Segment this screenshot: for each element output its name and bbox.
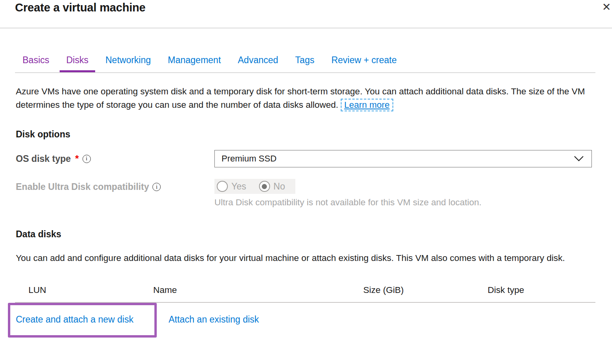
ultra-disk-row: Enable Ultra Disk compatibility i Yes No… <box>16 179 592 208</box>
tab-advanced[interactable]: Advanced <box>231 55 285 72</box>
tab-review-create[interactable]: Review + create <box>325 55 404 72</box>
data-disks-actions: Create and attach a new disk Attach an e… <box>0 314 612 327</box>
radio-label-no: No <box>274 181 285 192</box>
radio-option-yes[interactable]: Yes <box>217 181 246 192</box>
column-header-name: Name <box>153 285 177 295</box>
data-disks-description: You can add and configure additional dat… <box>16 251 578 265</box>
os-disk-type-row: OS disk type* i Premium SSD <box>16 150 592 167</box>
radio-circle-unchecked[interactable] <box>217 181 228 192</box>
header-divider <box>0 28 612 28</box>
table-header-divider <box>15 302 595 303</box>
ultra-disk-helper-text: Ultra Disk compatibility is not availabl… <box>214 197 482 208</box>
tab-basics[interactable]: Basics <box>16 55 56 72</box>
ultra-disk-label: Enable Ultra Disk compatibility i <box>16 179 214 192</box>
tab-networking[interactable]: Networking <box>99 55 158 72</box>
tabs-divider <box>15 72 595 73</box>
column-header-lun: LUN <box>28 285 46 295</box>
wizard-tabs: Basics Disks Networking Management Advan… <box>16 55 404 72</box>
os-disk-type-value: Premium SSD <box>222 154 276 164</box>
column-header-disk-type: Disk type <box>488 285 524 295</box>
ultra-disk-control: Yes No Ultra Disk compatibility is not a… <box>214 179 482 208</box>
data-disks-heading: Data disks <box>16 229 61 240</box>
ultra-disk-radio-group: Yes No <box>214 179 295 194</box>
os-disk-type-label: OS disk type* i <box>16 153 214 164</box>
os-disk-type-label-text: OS disk type <box>16 154 71 164</box>
data-disks-table-header: LUN Name Size (GiB) Disk type <box>0 285 612 296</box>
tab-tags[interactable]: Tags <box>289 55 321 72</box>
learn-more-link[interactable]: Learn more <box>341 99 393 111</box>
radio-circle-checked[interactable] <box>259 181 270 192</box>
page-title: Create a virtual machine <box>15 1 145 14</box>
chevron-down-icon <box>574 156 584 161</box>
tab-management[interactable]: Management <box>161 55 227 72</box>
os-disk-type-dropdown[interactable]: Premium SSD <box>214 150 592 167</box>
info-icon[interactable]: i <box>83 155 91 163</box>
disks-intro-body: Azure VMs have one operating system disk… <box>16 86 585 110</box>
disks-intro-text: Azure VMs have one operating system disk… <box>16 85 590 112</box>
radio-option-no[interactable]: No <box>259 181 285 192</box>
ultra-disk-label-text: Enable Ultra Disk compatibility <box>16 182 149 192</box>
column-header-size: Size (GiB) <box>363 285 404 295</box>
create-and-attach-new-disk-link[interactable]: Create and attach a new disk <box>16 314 133 325</box>
tab-disks[interactable]: Disks <box>60 55 95 72</box>
disk-options-heading: Disk options <box>16 129 70 140</box>
radio-label-yes: Yes <box>231 181 246 192</box>
info-icon[interactable]: i <box>152 183 161 191</box>
attach-existing-disk-link[interactable]: Attach an existing disk <box>169 314 259 325</box>
create-vm-blade: Create a virtual machine ✕ Basics Disks … <box>0 0 612 364</box>
required-asterisk: * <box>75 153 79 164</box>
close-icon[interactable]: ✕ <box>599 0 612 14</box>
